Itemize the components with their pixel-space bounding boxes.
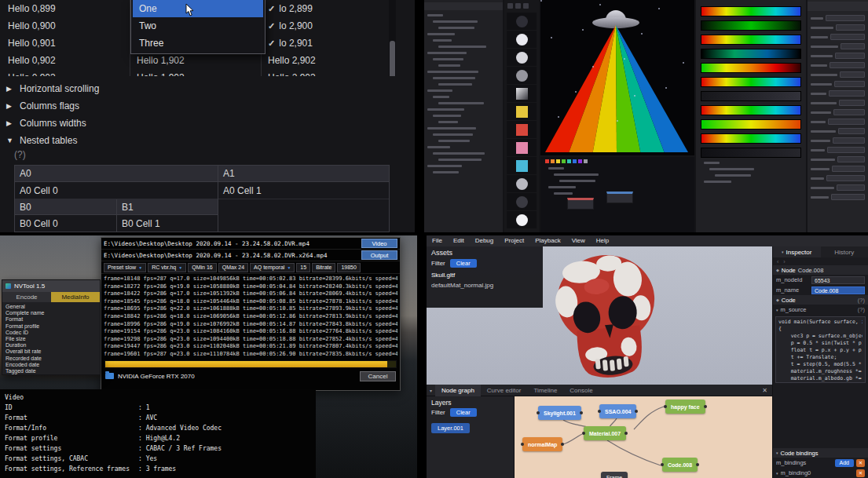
clear-button[interactable]: Clear <box>450 408 477 417</box>
nvtool-titlebar[interactable]: NVTool 1.5 <box>2 280 100 292</box>
setting-control[interactable]: QMax 24 <box>218 263 248 272</box>
cancel-button[interactable]: Cancel <box>360 371 396 381</box>
code-section-header[interactable]: ◆ Code (?) <box>773 295 868 305</box>
property-value-box[interactable] <box>833 109 865 115</box>
tree-node[interactable]: ▶ Columns flags <box>0 97 399 115</box>
output-path-field[interactable]: E:\Videos\Desktop\Desktop 2020.09.14 - 2… <box>104 252 358 259</box>
asset-thumbnail[interactable] <box>507 67 537 84</box>
gradient-ramp[interactable] <box>701 133 801 144</box>
menu-item[interactable]: View <box>566 235 591 246</box>
asset-thumbnail[interactable] <box>507 139 537 156</box>
viewport-3d[interactable] <box>540 0 694 155</box>
setting-control[interactable]: RC vbr.hq▼ <box>148 263 186 272</box>
dock-menu-icon[interactable]: ▾ <box>427 388 435 393</box>
toolbar-icon[interactable] <box>515 3 521 9</box>
asset-thumbnail[interactable] <box>507 103 537 120</box>
gradient-ramp[interactable] <box>701 105 801 115</box>
table-row[interactable]: Hello 0,903 Hello 1,903 Hello 2,903 <box>0 69 399 76</box>
tab-timeline[interactable]: Timeline <box>527 385 563 396</box>
help-marker[interactable]: (?) <box>858 297 865 304</box>
source-header-row[interactable]: ▾ m_source (?) <box>773 305 868 315</box>
node-normalmap[interactable]: normalMap <box>522 437 562 451</box>
property-value-box[interactable] <box>826 15 865 21</box>
skull-model[interactable] <box>538 250 676 383</box>
tab-encode[interactable]: Encode <box>2 292 51 302</box>
remove-button[interactable]: ✕ <box>856 459 865 467</box>
shader-code-editor[interactable]: void main(Surface surface, inout Materia… <box>775 316 866 383</box>
asset-thumbnail[interactable] <box>507 13 537 30</box>
asset-thumbnail[interactable] <box>507 157 537 174</box>
clear-button[interactable]: Clear <box>450 259 477 268</box>
gradient-ramp[interactable] <box>701 20 801 31</box>
palette-swatch[interactable] <box>551 159 555 163</box>
tree-node[interactable]: ▶ Horizontal scrolling <box>0 80 399 97</box>
filter-button[interactable]: Filter <box>431 409 445 416</box>
tab-inspector[interactable]: ▾Inspector <box>773 246 821 257</box>
node-ssao[interactable]: SSAO.004 <box>599 404 636 418</box>
toolbar-icon[interactable] <box>523 3 529 9</box>
property-value-box[interactable] <box>831 194 865 200</box>
property-value-box[interactable] <box>838 128 865 134</box>
asset-thumbnail[interactable] <box>507 211 537 228</box>
menu-item[interactable]: Playback <box>529 235 566 246</box>
asset-thumbnail[interactable] <box>507 121 537 138</box>
palette-swatch[interactable] <box>556 159 560 163</box>
dropdown-item[interactable]: Two <box>133 17 263 35</box>
mediainfo-field[interactable]: General <box>2 304 100 310</box>
mediainfo-field[interactable]: Format profile <box>2 323 100 330</box>
setting-control[interactable]: QMin 16 <box>188 263 216 272</box>
property-value-box[interactable] <box>836 24 865 31</box>
mediainfo-field[interactable]: Complete name <box>2 310 100 316</box>
property-value-box[interactable] <box>826 175 865 181</box>
property-value-field[interactable]: Code.008 <box>811 286 865 294</box>
node-frame[interactable]: Frame <box>601 472 628 478</box>
mediainfo-field[interactable]: Recorded date <box>2 356 100 362</box>
layer-list-item[interactable]: Layer.001 <box>431 423 470 433</box>
mediainfo-field[interactable]: Codec ID <box>2 330 100 336</box>
property-value-box[interactable] <box>832 166 865 172</box>
mediainfo-field[interactable]: Overall bit rate <box>2 348 100 355</box>
table-row[interactable]: Hello 0,902 Hello 1,902 Hello 2,902 <box>0 52 399 69</box>
property-value-box[interactable] <box>841 43 865 49</box>
property-value-box[interactable] <box>834 81 865 87</box>
palette-swatch[interactable] <box>573 159 577 163</box>
close-icon[interactable]: ✕ <box>757 387 772 394</box>
video-path-field[interactable]: E:\Videos\Desktop\Desktop 2020.09.14 - 2… <box>104 240 358 247</box>
setting-control[interactable]: Preset slow▼ <box>104 263 146 272</box>
property-value-field[interactable]: 65543 <box>811 276 865 284</box>
toolbar-icon[interactable] <box>507 3 513 9</box>
property-value-box[interactable] <box>840 71 865 78</box>
mediainfo-field[interactable]: File size <box>2 336 100 342</box>
tab-curve-editor[interactable]: Curve editor <box>481 385 528 396</box>
mediainfo-field[interactable]: Encoded date <box>2 362 100 368</box>
tab-mediainfo[interactable]: MediaInfo <box>51 292 100 302</box>
property-value-box[interactable] <box>837 184 865 191</box>
bindings-section-header[interactable]: ▾ Code bindings <box>773 448 868 458</box>
palette-swatch[interactable] <box>562 159 566 163</box>
node-happy-face[interactable]: happy face <box>665 400 705 414</box>
gradient-ramp[interactable] <box>701 63 801 73</box>
setting-control[interactable]: 15 <box>296 263 310 272</box>
node-graph-canvas[interactable]: Skylight.001 SSAO.004 happy face normalM… <box>515 396 772 478</box>
node-code[interactable]: Code.008 <box>662 458 698 472</box>
asset-thumbnail[interactable] <box>507 49 537 66</box>
setting-control[interactable]: Bitrate <box>312 263 335 272</box>
gradient-ramp[interactable] <box>701 148 801 158</box>
asset-thumbnail[interactable] <box>507 85 537 102</box>
add-button[interactable]: Add <box>835 459 854 467</box>
menu-item[interactable]: File <box>427 235 448 246</box>
palette-swatch[interactable] <box>584 159 588 163</box>
palette-swatch[interactable] <box>567 159 571 163</box>
property-value-box[interactable] <box>830 34 865 40</box>
back-icon[interactable]: ‹ <box>777 259 778 265</box>
property-value-box[interactable] <box>827 147 865 153</box>
property-value-box[interactable] <box>828 119 865 125</box>
property-value-box[interactable] <box>839 100 865 106</box>
gradient-ramp[interactable] <box>701 6 801 16</box>
asset-list-item[interactable]: defaultMat_normal.jpg <box>427 280 543 290</box>
mediainfo-field[interactable]: Duration <box>2 342 100 348</box>
node-skylight[interactable]: Skylight.001 <box>538 406 581 420</box>
asset-thumbnail[interactable] <box>507 31 537 48</box>
tab-node-graph[interactable]: Node graph <box>435 385 481 396</box>
menu-item[interactable]: Help <box>591 235 614 246</box>
